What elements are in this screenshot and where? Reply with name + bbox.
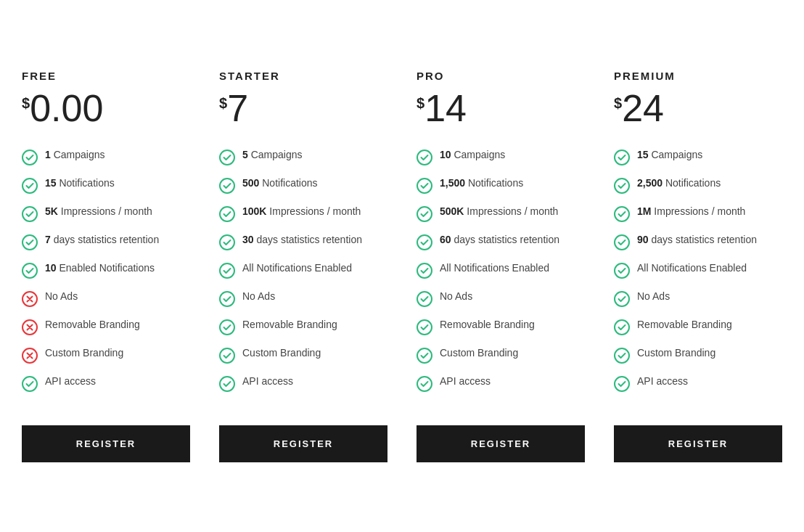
svg-point-34 <box>615 348 629 363</box>
feature-item-free-0: 1 Campaigns <box>22 149 190 165</box>
feature-text-pro-0: 10 Campaigns <box>440 149 505 160</box>
feature-item-premium-7: Custom Branding <box>614 347 782 364</box>
feature-text-premium-7: Custom Branding <box>637 347 715 359</box>
plan-name-pro: PRO <box>417 70 585 82</box>
feature-text-pro-2: 500K Impressions / month <box>440 205 558 217</box>
svg-point-17 <box>220 377 234 391</box>
svg-point-32 <box>615 292 629 306</box>
feature-item-free-4: 10 Enabled Notifications <box>22 262 190 279</box>
svg-point-35 <box>615 377 629 391</box>
check-icon <box>219 376 235 392</box>
plan-price-free: $0.00 <box>22 89 190 127</box>
feature-text-starter-3: 30 days statistics retention <box>242 234 362 245</box>
check-icon <box>219 348 235 364</box>
svg-point-26 <box>417 377 432 391</box>
svg-point-8 <box>22 377 37 391</box>
plan-name-premium: PREMIUM <box>614 70 782 82</box>
features-list-starter: 5 Campaigns 500 Notifications 100K Impre… <box>219 149 387 404</box>
feature-item-starter-7: Custom Branding <box>219 347 387 364</box>
feature-text-free-6: Removable Branding <box>45 319 140 330</box>
feature-text-free-3: 7 days statistics retention <box>45 234 159 245</box>
check-icon <box>417 291 432 307</box>
feature-text-premium-4: All Notifications Enabled <box>637 262 747 274</box>
check-icon <box>417 206 432 222</box>
check-icon <box>417 178 432 194</box>
check-icon <box>417 150 432 165</box>
feature-text-free-0: 1 Campaigns <box>45 149 105 160</box>
feature-text-starter-5: No Ads <box>242 290 275 302</box>
feature-item-starter-3: 30 days statistics retention <box>219 234 387 250</box>
svg-point-3 <box>22 235 37 250</box>
feature-item-pro-2: 500K Impressions / month <box>417 205 585 222</box>
features-list-free: 1 Campaigns 15 Notifications 5K Impressi… <box>22 149 190 404</box>
feature-item-pro-8: API access <box>417 375 585 392</box>
feature-text-starter-8: API access <box>242 375 293 387</box>
register-button-premium[interactable]: REGISTER <box>614 425 782 462</box>
feature-item-starter-0: 5 Campaigns <box>219 149 387 165</box>
plan-amount-free: 0.00 <box>30 89 103 127</box>
feature-item-premium-3: 90 days statistics retention <box>614 234 782 250</box>
feature-text-pro-4: All Notifications Enabled <box>440 262 549 274</box>
check-icon <box>614 348 630 364</box>
x-icon <box>22 291 38 307</box>
feature-item-premium-1: 2,500 Notifications <box>614 177 782 194</box>
check-icon <box>614 206 630 222</box>
svg-point-33 <box>615 320 629 335</box>
feature-item-premium-6: Removable Branding <box>614 319 782 335</box>
feature-text-starter-4: All Notifications Enabled <box>242 262 352 274</box>
svg-point-25 <box>417 348 432 363</box>
svg-point-24 <box>417 320 432 335</box>
check-icon <box>417 319 432 335</box>
plan-price-premium: $24 <box>614 89 782 127</box>
feature-text-free-5: No Ads <box>45 290 78 302</box>
check-icon <box>417 263 432 279</box>
check-icon <box>219 178 235 194</box>
feature-item-pro-3: 60 days statistics retention <box>417 234 585 250</box>
feature-item-premium-5: No Ads <box>614 290 782 307</box>
plan-col-starter: STARTER$7 5 Campaigns 500 Notifications … <box>205 55 402 477</box>
feature-item-free-6: Removable Branding <box>22 319 190 335</box>
register-button-free[interactable]: REGISTER <box>22 425 190 462</box>
svg-point-4 <box>22 263 37 278</box>
check-icon <box>22 206 38 222</box>
check-icon <box>614 291 630 307</box>
feature-text-premium-8: API access <box>637 375 688 387</box>
register-button-pro[interactable]: REGISTER <box>417 425 585 462</box>
check-icon <box>417 376 432 392</box>
feature-item-pro-0: 10 Campaigns <box>417 149 585 165</box>
feature-text-free-2: 5K Impressions / month <box>45 205 152 217</box>
feature-text-pro-5: No Ads <box>440 290 472 302</box>
feature-item-free-3: 7 days statistics retention <box>22 234 190 250</box>
svg-point-12 <box>220 235 234 250</box>
check-icon <box>614 178 630 194</box>
check-icon <box>22 376 38 392</box>
feature-text-pro-8: API access <box>440 375 491 387</box>
check-icon <box>219 206 235 222</box>
feature-text-free-4: 10 Enabled Notifications <box>45 262 155 274</box>
feature-item-starter-4: All Notifications Enabled <box>219 262 387 279</box>
feature-text-starter-1: 500 Notifications <box>242 177 318 189</box>
svg-point-18 <box>417 150 432 165</box>
feature-text-starter-7: Custom Branding <box>242 347 321 359</box>
feature-item-premium-8: API access <box>614 375 782 392</box>
feature-text-premium-5: No Ads <box>637 290 670 302</box>
svg-point-27 <box>615 150 629 165</box>
svg-point-23 <box>417 292 432 306</box>
check-icon <box>22 234 38 250</box>
feature-text-pro-6: Removable Branding <box>440 319 535 330</box>
plan-col-premium: PREMIUM$24 15 Campaigns 2,500 Notificati… <box>599 55 797 477</box>
plan-amount-starter: 7 <box>227 89 248 127</box>
feature-item-premium-4: All Notifications Enabled <box>614 262 782 279</box>
register-button-starter[interactable]: REGISTER <box>219 425 387 462</box>
check-icon <box>614 376 630 392</box>
svg-point-29 <box>615 207 629 221</box>
plan-col-free: FREE$0.00 1 Campaigns 15 Notifications 5… <box>7 55 205 477</box>
feature-text-premium-0: 15 Campaigns <box>637 149 702 160</box>
check-icon <box>219 319 235 335</box>
svg-point-22 <box>417 263 432 278</box>
check-icon <box>614 234 630 250</box>
svg-point-21 <box>417 235 432 250</box>
feature-item-starter-6: Removable Branding <box>219 319 387 335</box>
feature-text-pro-7: Custom Branding <box>440 347 518 359</box>
features-list-premium: 15 Campaigns 2,500 Notifications 1M Impr… <box>614 149 782 404</box>
